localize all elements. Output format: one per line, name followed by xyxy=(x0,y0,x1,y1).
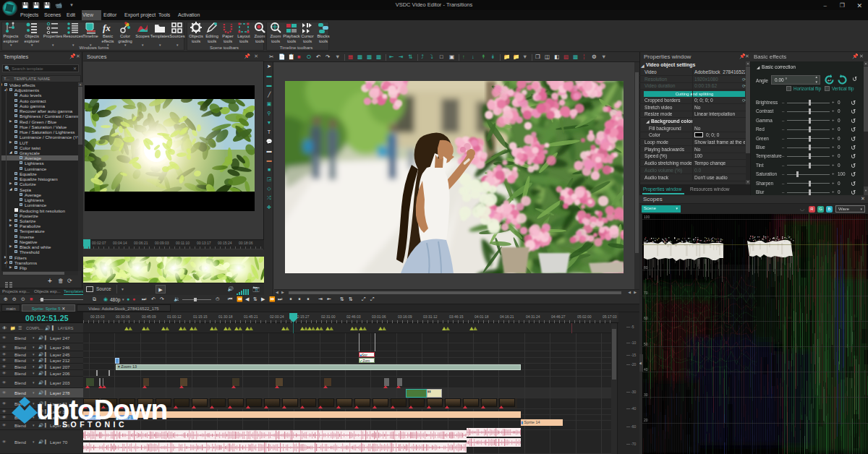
svg-text:30: 30 xyxy=(644,393,648,397)
svg-text:100: 100 xyxy=(644,215,650,219)
svg-text:90: 90 xyxy=(644,240,648,244)
svg-text:60: 60 xyxy=(644,316,648,320)
svg-text:20: 20 xyxy=(644,418,648,422)
svg-text:fx: fx xyxy=(103,22,111,33)
svg-text:50: 50 xyxy=(644,342,648,346)
svg-text:40: 40 xyxy=(644,367,648,372)
svg-text:SOFTONIC: SOFTONIC xyxy=(62,420,127,429)
svg-text:70: 70 xyxy=(644,291,648,295)
svg-text:80: 80 xyxy=(644,265,648,270)
svg-text:↩: ↩ xyxy=(827,78,831,82)
